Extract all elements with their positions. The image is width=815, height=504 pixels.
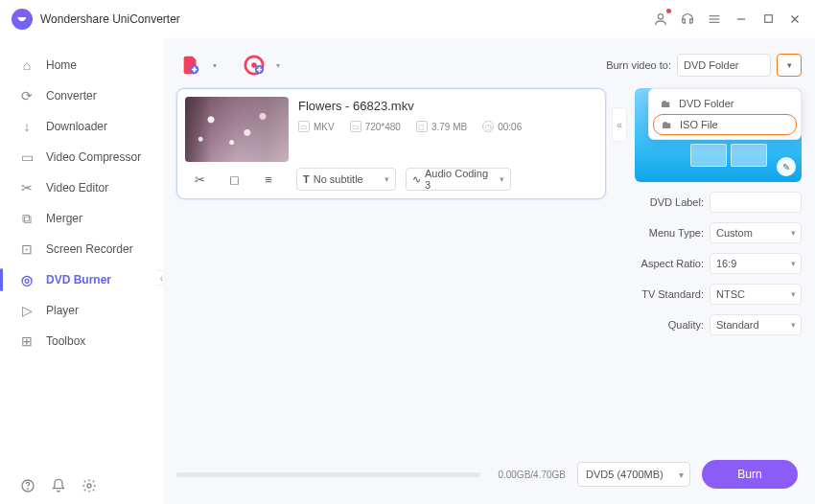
theme-slot <box>731 144 767 167</box>
notification-icon[interactable] <box>50 477 67 494</box>
sidebar-item-toolbox[interactable]: ⊞Toolbox <box>0 326 163 356</box>
minimize-button[interactable] <box>733 11 750 28</box>
sidebar-item-label: Converter <box>46 89 97 103</box>
quality-select[interactable]: Standard <box>710 314 802 335</box>
tv-standard-select[interactable]: NTSC <box>710 284 802 305</box>
sidebar-item-label: Toolbox <box>46 334 85 348</box>
chevron-down-icon[interactable]: ▾ <box>213 61 217 70</box>
titlebar: Wondershare UniConverter <box>0 0 815 38</box>
tv-standard-label: TV Standard: <box>641 288 704 300</box>
dvd-label-label: DVD Label: <box>650 196 704 208</box>
format-icon: ▭ <box>298 121 310 132</box>
dvd-icon: ◎ <box>19 272 35 287</box>
disc-type-select[interactable]: DVD5 (4700MB) <box>577 462 690 487</box>
chevron-down-icon: ▾ <box>384 174 389 184</box>
home-icon: ⌂ <box>19 57 35 73</box>
quality-label: Quality: <box>668 319 704 331</box>
user-icon[interactable] <box>652 11 669 28</box>
sidebar-item-label: Merger <box>46 212 82 225</box>
content: ▾ ▾ Burn video to: DVD Folder ▾ 🖿 DVD Fo… <box>163 38 815 504</box>
sidebar-item-screen-recorder[interactable]: ⊡Screen Recorder <box>0 234 163 264</box>
sidebar-item-label: Downloader <box>46 120 107 133</box>
add-file-button[interactable] <box>176 51 205 80</box>
prev-theme-button[interactable]: « <box>612 107 627 142</box>
toolbar: ▾ ▾ Burn video to: DVD Folder ▾ 🖿 DVD Fo… <box>176 48 802 82</box>
burn-target-dropdown: 🖿 DVD Folder 🖿 ISO File <box>648 88 802 140</box>
trim-button[interactable]: ✂ <box>187 169 212 190</box>
help-icon[interactable] <box>19 477 36 494</box>
dropdown-item-dvd-folder[interactable]: 🖿 DVD Folder <box>653 93 797 114</box>
video-thumbnail[interactable] <box>185 97 289 162</box>
support-icon[interactable] <box>679 11 696 28</box>
audio-select[interactable]: ∿ Audio Coding 3 ▾ <box>406 168 511 191</box>
burn-button[interactable]: Burn <box>702 460 798 489</box>
menu-type-select[interactable]: Custom <box>710 222 802 243</box>
svg-point-0 <box>658 13 663 18</box>
sidebar-item-video-editor[interactable]: ✂Video Editor <box>0 172 163 203</box>
app-title: Wondershare UniConverter <box>40 12 180 26</box>
dropdown-item-label: ISO File <box>680 119 718 130</box>
size-icon: ◻ <box>416 121 428 132</box>
downloader-icon: ↓ <box>19 119 35 134</box>
close-button[interactable] <box>786 11 803 28</box>
resolution-icon: ▭ <box>350 121 361 132</box>
compressor-icon: ▭ <box>19 149 35 165</box>
sidebar-item-label: DVD Burner <box>46 273 111 286</box>
aspect-ratio-select[interactable]: 16:9 <box>710 253 802 274</box>
sidebar-item-video-compressor[interactable]: ▭Video Compressor <box>0 142 163 172</box>
size-progress-bar <box>176 472 480 477</box>
dropdown-item-iso-file[interactable]: 🖿 ISO File <box>653 114 797 135</box>
sidebar-item-downloader[interactable]: ↓Downloader <box>0 111 163 142</box>
svg-point-9 <box>28 489 29 490</box>
file-format: MKV <box>314 122 335 132</box>
effects-button[interactable]: ≡ <box>256 169 281 190</box>
menu-icon[interactable] <box>706 11 723 28</box>
sidebar-item-label: Player <box>46 304 79 317</box>
svg-rect-5 <box>764 15 772 23</box>
main: ⌂Home ⟳Converter ↓Downloader ▭Video Comp… <box>0 38 815 504</box>
toolbox-icon: ⊞ <box>19 333 35 349</box>
file-size: 3.79 MB <box>431 122 467 132</box>
sidebar-item-label: Video Editor <box>46 181 108 195</box>
sidebar-item-label: Video Compressor <box>46 150 141 164</box>
size-text: 0.00GB/4.70GB <box>498 470 566 480</box>
file-duration: 00:06 <box>498 122 522 132</box>
audio-wave-icon: ∿ <box>412 173 421 186</box>
crop-button[interactable]: ◻ <box>221 169 246 190</box>
recorder-icon: ⊡ <box>19 241 35 257</box>
aspect-ratio-label: Aspect Ratio: <box>641 258 704 269</box>
duration-icon: ◷ <box>482 121 494 132</box>
folder-icon: 🖿 <box>661 98 671 109</box>
burn-target-dropdown-button[interactable]: ▾ <box>777 54 802 77</box>
burn-to-label: Burn video to: <box>606 59 671 71</box>
subtitle-label: No subtitle <box>314 173 363 185</box>
add-disc-button[interactable] <box>240 51 268 80</box>
sidebar-item-converter[interactable]: ⟳Converter <box>0 80 163 111</box>
edit-theme-button[interactable]: ✎ <box>777 157 796 176</box>
burn-target-select[interactable]: DVD Folder <box>677 54 771 77</box>
editor-icon: ✂ <box>19 180 35 195</box>
sidebar-item-player[interactable]: ▷Player <box>0 295 163 326</box>
sidebar-item-home[interactable]: ⌂Home <box>0 50 163 80</box>
settings-icon[interactable] <box>81 477 98 494</box>
theme-slot <box>690 144 727 167</box>
menu-type-label: Menu Type: <box>649 227 704 239</box>
file-title: Flowers - 66823.mkv <box>298 99 597 113</box>
footer-bar: 0.00GB/4.70GB DVD5 (4700MB) Burn <box>176 450 802 498</box>
subtitle-select[interactable]: T No subtitle ▾ <box>296 168 396 191</box>
player-icon: ▷ <box>19 303 35 318</box>
dvd-label-input[interactable] <box>710 192 802 213</box>
maximize-button[interactable] <box>759 11 777 28</box>
svg-point-10 <box>87 484 91 488</box>
sidebar-item-label: Screen Recorder <box>46 242 133 256</box>
file-card[interactable]: Flowers - 66823.mkv ▭MKV ▭720*480 ◻3.79 … <box>176 88 606 199</box>
chevron-down-icon: ▾ <box>500 174 504 184</box>
iso-icon: 🖿 <box>662 119 672 130</box>
converter-icon: ⟳ <box>19 88 35 103</box>
sidebar-item-merger[interactable]: ⧉Merger <box>0 203 163 234</box>
chevron-down-icon[interactable]: ▾ <box>276 61 280 70</box>
dropdown-item-label: DVD Folder <box>679 98 734 109</box>
merger-icon: ⧉ <box>19 211 35 226</box>
audio-label: Audio Coding 3 <box>425 168 496 191</box>
sidebar-item-dvd-burner[interactable]: ◎DVD Burner <box>0 264 163 295</box>
